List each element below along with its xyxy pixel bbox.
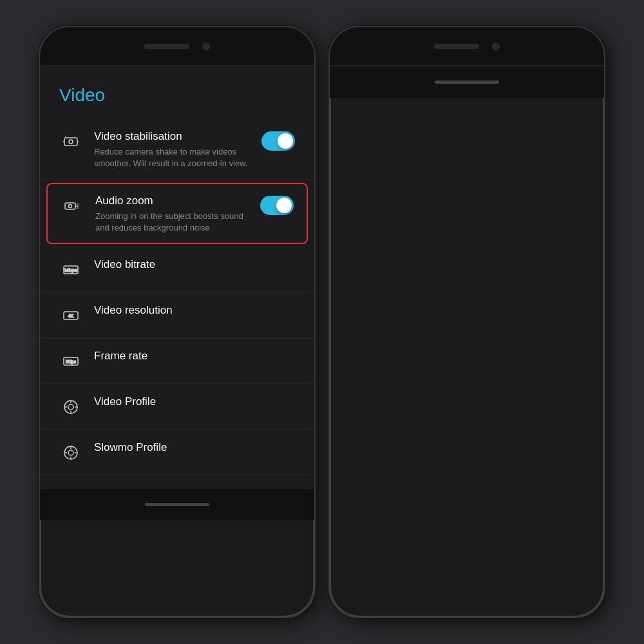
svg-point-6 (69, 205, 72, 208)
profile-icon (59, 395, 82, 419)
phone-top-bar (40, 27, 314, 66)
bitrate-text: Video bitrate (94, 257, 295, 272)
setting-item-video-stabilisation[interactable]: Video stabilisation Reduce camera shake … (40, 118, 314, 180)
right-phone-bottom (330, 66, 604, 98)
frame-rate-text: Frame rate (94, 348, 295, 364)
slowmo-profile-text: Slowmo Profile (94, 440, 295, 455)
right-front-camera (492, 43, 500, 50)
stabilisation-text: Video stabilisation Reduce camera shake … (94, 129, 250, 169)
stabilisation-toggle[interactable] (261, 131, 295, 151)
setting-item-slowmo-profile[interactable]: Slowmo Profile (40, 430, 314, 475)
setting-item-video-profile[interactable]: Video Profile (40, 384, 314, 430)
svg-point-17 (68, 404, 73, 410)
svg-text:Mbps: Mbps (64, 267, 77, 273)
svg-text:30fps: 30fps (66, 359, 77, 365)
audio-zoom-toggle[interactable] (260, 196, 294, 215)
left-phone: Video Video stabilisation Reduce camera … (39, 26, 316, 618)
home-indicator[interactable] (145, 503, 209, 506)
audio-zoom-label: Audio zoom (95, 193, 249, 209)
svg-rect-0 (64, 138, 77, 146)
setting-item-frame-rate[interactable]: 30fps Frame rate (40, 338, 314, 384)
frame-rate-label: Frame rate (94, 348, 295, 364)
audio-zoom-text: Audio zoom Zooming in on the subject boo… (95, 193, 249, 234)
power-button[interactable] (314, 130, 316, 169)
stabilisation-label: Video stabilisation (94, 129, 250, 144)
framerate-icon: 30fps (59, 350, 82, 373)
settings-screen: Video Video stabilisation Reduce camera … (40, 66, 314, 488)
stabilisation-icon (59, 130, 82, 153)
bitrate-icon: Mbps (59, 258, 82, 281)
slowmo-icon (59, 441, 82, 464)
power-button-right[interactable] (604, 130, 605, 169)
slowmo-profile-label: Slowmo Profile (94, 440, 295, 455)
right-home-indicator[interactable] (435, 80, 499, 84)
resolution-text: Video resolution (94, 303, 295, 318)
audio-zoom-icon (61, 194, 84, 218)
setting-item-audio-zoom[interactable]: Audio zoom Zooming in on the subject boo… (46, 183, 308, 244)
bitrate-label: Video bitrate (94, 257, 295, 272)
resolution-label: Video resolution (94, 303, 295, 318)
section-title: Video (40, 79, 314, 118)
svg-point-23 (68, 450, 73, 455)
front-camera (202, 43, 210, 50)
phone-speaker (144, 44, 189, 49)
stabilisation-desc: Reduce camera shake to make videos smoot… (94, 146, 250, 169)
right-phone-top-bar (330, 27, 604, 66)
svg-text:4K: 4K (68, 314, 74, 318)
svg-rect-5 (65, 203, 75, 209)
setting-item-video-resolution[interactable]: 4K Video resolution (40, 292, 314, 338)
video-profile-label: Video Profile (94, 394, 295, 410)
svg-point-1 (69, 140, 73, 144)
resolution-icon: 4K (59, 304, 82, 327)
video-profile-text: Video Profile (94, 394, 295, 410)
right-phone-speaker (434, 44, 479, 49)
audio-zoom-desc: Zooming in on the subject boosts sound a… (95, 211, 249, 234)
setting-item-video-bitrate[interactable]: Mbps Video bitrate (40, 247, 314, 292)
phone-bottom (40, 488, 314, 520)
right-phone: 4K ▾ JW AW [1s] 5m 🌙 ••• Auto100200 (328, 26, 605, 618)
